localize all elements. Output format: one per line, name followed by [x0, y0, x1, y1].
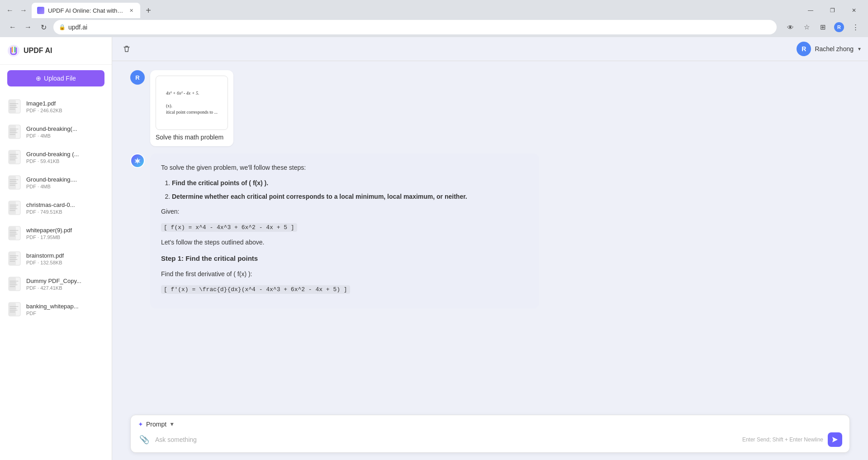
svg-rect-8 [9, 150, 16, 164]
profile-button[interactable]: R [832, 20, 846, 34]
file-name: Ground-breaking (... [26, 151, 104, 158]
back-button[interactable]: ← [4, 4, 16, 17]
tab-label: UPDF AI Online: Chat with PDF [48, 7, 124, 14]
maximize-button[interactable]: ❐ [822, 4, 843, 17]
minimize-button[interactable]: — [800, 4, 821, 17]
file-info: banking_whitepap... PDF [26, 303, 104, 316]
attach-button[interactable]: 📎 [138, 433, 151, 446]
file-list-item[interactable]: Ground-breaking(... PDF · 4MB [0, 119, 112, 144]
ai-step1-heading: Step 1: Find the critical points [161, 253, 528, 264]
file-info: Ground-breaking.... PDF · 4MB [26, 176, 104, 189]
pdf-preview-content: 4x³ + 6x² - 4x + 5. (x). itical point co… [162, 86, 221, 119]
bookmark-button[interactable]: ☆ [799, 20, 814, 34]
file-icon [7, 174, 22, 191]
security-icon: 🔒 [59, 24, 66, 30]
file-icon [7, 124, 22, 140]
pdf-file-icon [8, 277, 21, 291]
file-list-item[interactable]: whitepaper(9).pdf PDF · 17.95MB [0, 220, 112, 246]
file-icon [7, 276, 22, 292]
back-nav-button[interactable]: ← [5, 20, 20, 34]
toolbar-icons: 👁 ☆ ⊞ R ⋮ [783, 20, 863, 34]
file-meta: PDF · 4MB [26, 133, 104, 139]
chevron-down-icon: ▾ [858, 46, 861, 52]
tab-favicon [37, 7, 44, 14]
pdf-file-icon [8, 99, 21, 114]
extensions-button[interactable]: ⊞ [816, 20, 830, 34]
file-info: Ground-breaking(... PDF · 4MB [26, 125, 104, 139]
file-icon [7, 98, 22, 115]
file-meta: PDF · 749.51KB [26, 209, 104, 215]
pdf-preview: 4x³ + 6x² - 4x + 5. (x). itical point co… [156, 76, 228, 130]
upload-button-label: Upload File [44, 75, 76, 82]
svg-rect-16 [9, 252, 16, 265]
chat-area[interactable]: R 4x³ + 6x² - 4x + 5. (x). itical point … [112, 61, 868, 409]
file-meta: PDF · 4MB [26, 184, 104, 189]
browser-tab[interactable]: UPDF AI Online: Chat with PDF ✕ [32, 3, 140, 18]
file-list-item[interactable]: Dummy PDF_Copy... PDF · 427.41KB [0, 271, 112, 297]
pdf-file-icon [8, 201, 21, 215]
file-info: Dummy PDF_Copy... PDF · 427.41KB [26, 278, 104, 291]
file-list-item[interactable]: Ground-breaking (... PDF · 59.41KB [0, 144, 112, 170]
input-box: ✦ Prompt ▼ 📎 Enter Send; Shift + Enter N… [130, 415, 850, 453]
trash-icon [123, 45, 131, 53]
file-name: brainstorm.pdf [26, 252, 104, 259]
ai-step1-text: Find the first derivative of ( f(x) ): [161, 269, 528, 280]
reload-button[interactable]: ↻ [36, 20, 51, 34]
ai-intro: To solve the given problem, we'll follow… [161, 163, 528, 173]
file-icon [7, 149, 22, 165]
file-name: christmas-card-0... [26, 201, 104, 208]
forward-nav-button[interactable]: → [21, 20, 35, 34]
eye-icon-button[interactable]: 👁 [783, 20, 797, 34]
prompt-dropdown-icon[interactable]: ▼ [169, 421, 175, 427]
ai-response-text: To solve the given problem, we'll follow… [161, 163, 528, 295]
url-bar[interactable]: 🔒 updf.ai [53, 20, 777, 34]
file-name: banking_whitepap... [26, 303, 104, 310]
ai-step-2: Determine whether each critical point co… [172, 192, 528, 202]
input-row: 📎 Enter Send; Shift + Enter Newline [138, 432, 842, 447]
file-name: Ground-breaking(... [26, 125, 104, 132]
file-list-item[interactable]: Ground-breaking.... PDF · 4MB [0, 170, 112, 195]
ai-step-1: Find the critical points of ( f(x) ). [172, 178, 528, 189]
pdf-file-icon [8, 226, 21, 240]
file-list-item[interactable]: banking_whitepap... PDF [0, 297, 112, 322]
send-button[interactable] [828, 432, 842, 447]
svg-rect-20 [9, 302, 16, 316]
user-info[interactable]: R Rachel zhong ▾ [797, 42, 861, 56]
sidebar-header: UPDF AI [0, 37, 112, 65]
file-name: Dummy PDF_Copy... [26, 278, 104, 284]
new-tab-button[interactable]: + [142, 4, 155, 17]
upload-file-button[interactable]: ⊕ Upload File [7, 70, 104, 86]
svg-rect-18 [9, 277, 16, 291]
file-meta: PDF · 132.58KB [26, 260, 104, 265]
profile-icon: R [834, 22, 844, 32]
menu-button[interactable]: ⋮ [848, 20, 863, 34]
pdf-file-icon [8, 302, 21, 316]
ai-equation: [ f(x) = x^4 - 4x^3 + 6x^2 - 4x + 5 ] [161, 222, 528, 233]
svg-rect-6 [9, 125, 16, 139]
close-button[interactable]: ✕ [844, 4, 864, 17]
app-title: UPDF AI [24, 47, 52, 55]
forward-button[interactable]: → [17, 4, 30, 17]
file-list-item[interactable]: Image1.pdf PDF · 246.62KB [0, 94, 112, 119]
nav-buttons: ← → [4, 4, 30, 17]
logo-icon [7, 44, 20, 57]
input-area: ✦ Prompt ▼ 📎 Enter Send; Shift + Enter N… [112, 409, 868, 460]
svg-rect-12 [9, 201, 16, 215]
user-initial: R [802, 45, 806, 53]
send-icon [831, 436, 839, 443]
url-text: updf.ai [68, 24, 771, 31]
file-list-item[interactable]: brainstorm.pdf PDF · 132.58KB [0, 246, 112, 271]
file-meta: PDF · 17.95MB [26, 235, 104, 240]
user-message: R 4x³ + 6x² - 4x + 5. (x). itical point … [130, 70, 850, 146]
chat-input[interactable] [155, 436, 738, 443]
ai-logo-icon [133, 157, 142, 165]
file-meta: PDF [26, 311, 104, 316]
ai-message-avatar [130, 153, 145, 168]
user-message-text: Solve this math problem [156, 134, 228, 141]
clear-chat-button[interactable] [119, 42, 134, 56]
file-icon [7, 301, 22, 317]
user-bubble: 4x³ + 6x² - 4x + 5. (x). itical point co… [150, 70, 233, 146]
file-info: Image1.pdf PDF · 246.62KB [26, 100, 104, 113]
tab-close-button[interactable]: ✕ [128, 7, 135, 14]
file-list-item[interactable]: christmas-card-0... PDF · 749.51KB [0, 195, 112, 220]
